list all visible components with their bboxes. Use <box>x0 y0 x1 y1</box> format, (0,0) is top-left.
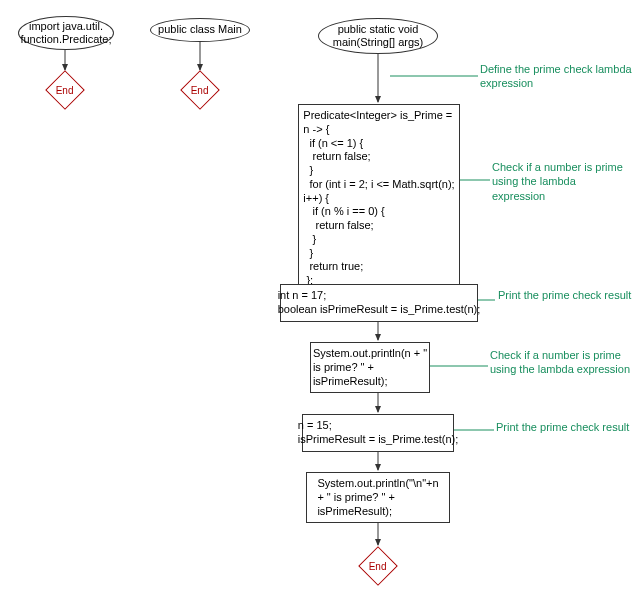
rect-print-1-text: System.out.println(n + " is prime? " + i… <box>313 347 427 388</box>
terminator-end-3-text: End <box>369 560 387 571</box>
ellipse-main-text: public static void main(String[] args) <box>333 23 423 49</box>
rect-lambda-def-text: Predicate<Integer> is_Prime = n -> { if … <box>303 109 454 288</box>
ellipse-class-text: public class Main <box>158 23 242 36</box>
annotation-print-result-2: Print the prime check result <box>496 420 629 434</box>
terminator-end-2-text: End <box>191 84 209 95</box>
ellipse-class: public class Main <box>150 18 250 42</box>
ellipse-import-text: import java.util. function.Predicate; <box>20 20 111 46</box>
rect-test-n17-text: int n = 17; boolean isPrimeResult = is_P… <box>278 289 481 317</box>
rect-lambda-def: Predicate<Integer> is_Prime = n -> { if … <box>298 104 460 293</box>
rect-test-n17: int n = 17; boolean isPrimeResult = is_P… <box>280 284 478 322</box>
annotation-check-prime-1: Check if a number is prime using the lam… <box>492 160 632 203</box>
ellipse-import: import java.util. function.Predicate; <box>18 16 114 50</box>
annotation-check-prime-2: Check if a number is prime using the lam… <box>490 348 632 377</box>
rect-print-1: System.out.println(n + " is prime? " + i… <box>310 342 430 393</box>
rect-test-n15: n = 15; isPrimeResult = is_Prime.test(n)… <box>302 414 454 452</box>
ellipse-main: public static void main(String[] args) <box>318 18 438 54</box>
annotation-define-lambda: Define the prime check lambda expression <box>480 62 632 91</box>
rect-print-2-text: System.out.println("\n"+n + " is prime? … <box>317 477 438 518</box>
rect-test-n15-text: n = 15; isPrimeResult = is_Prime.test(n)… <box>298 419 458 447</box>
flowchart-canvas: import java.util. function.Predicate; En… <box>0 0 632 604</box>
terminator-end-1-text: End <box>56 84 74 95</box>
rect-print-2: System.out.println("\n"+n + " is prime? … <box>306 472 450 523</box>
annotation-print-result-1: Print the prime check result <box>498 288 631 302</box>
